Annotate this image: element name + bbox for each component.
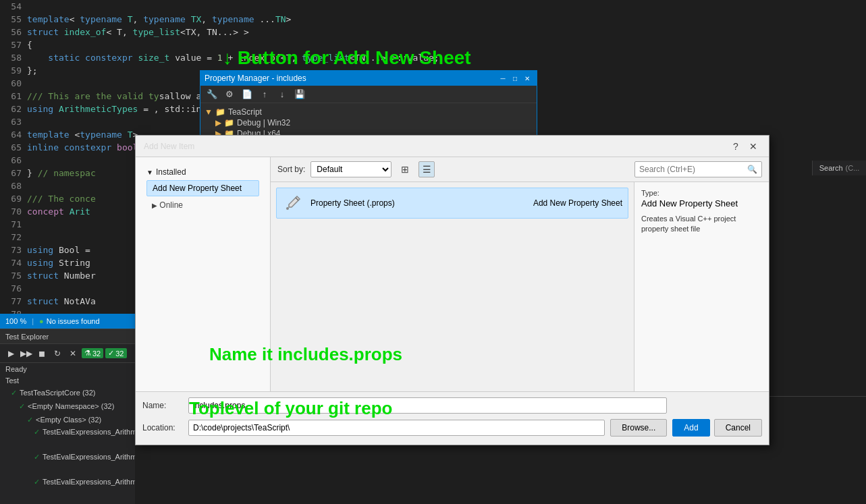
location-label: Location: xyxy=(142,423,183,432)
dialog-close-button[interactable]: ✕ xyxy=(746,139,761,154)
footer-fields: Name: Location: Browse... xyxy=(142,397,667,439)
sidebar-installed-header[interactable]: ▼ Installed xyxy=(144,165,262,179)
test-item-label: <Empty Class> (32) xyxy=(36,416,101,424)
pm-tree-teascript[interactable]: ▼ 📁 TeaScript xyxy=(205,107,290,117)
check-icon-core: ✓ xyxy=(11,389,17,397)
footer-name-row: Name: xyxy=(142,397,667,414)
view-list-button[interactable]: ☰ xyxy=(418,161,435,177)
pm-tool-up[interactable]: ↑ xyxy=(257,87,272,102)
location-input[interactable] xyxy=(188,420,605,436)
test-pass-badge[interactable]: ✓ 32 xyxy=(105,348,126,358)
check-icon-ns: ✓ xyxy=(19,402,25,411)
item-name: Property Sheet (.props) xyxy=(310,198,526,208)
pm-tool-gear[interactable]: ⚙ xyxy=(222,87,237,102)
test-check-2: ✓ xyxy=(34,453,40,475)
svg-point-0 xyxy=(286,207,289,210)
test-run-badge[interactable]: ⚗ 32 xyxy=(82,348,103,358)
test-cancel-button[interactable]: ✕ xyxy=(66,347,80,360)
search-input[interactable] xyxy=(639,165,747,174)
pm-tool-wrench[interactable]: 🔧 xyxy=(205,87,219,102)
sidebar-item-property-sheet[interactable]: Add New Property Sheet xyxy=(146,180,259,196)
test-row-4[interactable]: ✓ TestEvalExpressions_Basics < 1 ms Stat… xyxy=(0,501,135,504)
add-button[interactable]: Add xyxy=(672,419,709,437)
code-line-54: 54 xyxy=(0,0,866,13)
run-count: 32 xyxy=(92,349,101,358)
item-row-property-sheet[interactable]: Property Sheet (.props) Add New Property… xyxy=(276,188,628,219)
test-row-1[interactable]: ✓ TestEvalExpressions_ArithmeticBasics <… xyxy=(0,426,135,451)
test-check-3: ✓ xyxy=(34,478,40,500)
ready-label: Ready xyxy=(0,363,135,375)
selected-item-label: Add New Property Sheet xyxy=(153,184,242,193)
cancel-button[interactable]: Cancel xyxy=(714,419,762,437)
dialog-help-button[interactable]: ? xyxy=(728,139,743,154)
detail-type-prefix: Type: xyxy=(641,189,762,197)
check-badge-icon: ✓ xyxy=(108,349,114,358)
name-input[interactable] xyxy=(188,397,667,414)
add-new-item-dialog: Add New Item ? ✕ ▼ Installed Add New Pro… xyxy=(135,135,769,445)
online-label: Online xyxy=(159,200,183,210)
test-stop-button[interactable]: ◼ xyxy=(35,347,49,360)
browse-button[interactable]: Browse... xyxy=(610,419,667,437)
zoom-level: 100 % xyxy=(5,317,26,325)
code-line-57: 57 { xyxy=(0,38,866,51)
property-manager-window: Property Manager - includes ─ □ ✕ 🔧 ⚙ 📄 … xyxy=(200,70,537,138)
folder-icon: 📁 xyxy=(215,107,225,117)
test-item-class[interactable]: ✓ <Empty Class> (32) xyxy=(0,413,135,426)
dialog-title: Add New Item xyxy=(144,142,194,151)
pm-tree-label: TeaScript xyxy=(228,107,262,117)
pm-close-button[interactable]: ✕ xyxy=(522,74,533,83)
property-sheet-icon xyxy=(282,192,304,214)
check-icon: ● xyxy=(39,317,44,325)
sort-select[interactable]: Default Name Type xyxy=(310,161,391,177)
dialog-controls: ? ✕ xyxy=(728,139,761,154)
status-bar: 100 % | ● No issues found xyxy=(0,314,135,329)
footer-action-buttons: Add Cancel xyxy=(672,419,762,439)
pm-restore-button[interactable]: □ xyxy=(510,74,520,83)
folder-icon2: 📁 xyxy=(224,118,234,128)
view-grid-button[interactable]: ⊞ xyxy=(397,161,413,177)
test-check-1: ✓ xyxy=(34,428,40,450)
pm-minimize-button[interactable]: ─ xyxy=(497,74,508,83)
test-name-1: TestEvalExpressions_ArithmeticBasics xyxy=(43,428,135,450)
name-label: Name: xyxy=(142,401,183,410)
search-icon-button[interactable]: 🔍 xyxy=(747,165,757,174)
detail-type-name: Add New Property Sheet xyxy=(641,198,762,208)
pm-titlebar: Property Manager - includes ─ □ ✕ xyxy=(200,71,537,86)
test-row-3[interactable]: ✓ TestEvalExpressions_ArithmeticMulDiv <… xyxy=(0,476,135,501)
dialog-titlebar: Add New Item ? ✕ xyxy=(136,136,769,157)
pass-count: 32 xyxy=(115,349,124,358)
test-refresh-button[interactable]: ↻ xyxy=(51,347,64,360)
test-item-core[interactable]: ✓ TestTeaScriptCore (32) xyxy=(0,386,135,399)
item-label: Add New Property Sheet xyxy=(533,198,622,208)
pm-tool-save[interactable]: 💾 xyxy=(292,87,307,102)
sidebar-item-online[interactable]: ▶ Online xyxy=(144,198,262,213)
pm-title: Property Manager - includes xyxy=(205,74,306,83)
test-section-label: Test xyxy=(0,375,135,386)
test-item-namespace[interactable]: ✓ <Empty Namespace> (32) xyxy=(0,399,135,413)
item-info: Property Sheet (.props) xyxy=(310,198,526,208)
detail-description: Creates a Visual C++ project property sh… xyxy=(641,214,762,235)
test-toolbar: ▶ ▶▶ ◼ ↻ ✕ ⚗ 32 ✓ 32 xyxy=(0,344,135,363)
test-explorer-title: Test Explorer xyxy=(5,333,49,341)
sort-label: Sort by: xyxy=(277,165,305,174)
search-right-icon: (C... xyxy=(846,164,860,172)
chevron-down-icon: ▼ xyxy=(146,169,153,176)
test-run-button[interactable]: ▶ xyxy=(4,347,18,360)
test-run-all-button[interactable]: ▶▶ xyxy=(20,347,33,360)
pm-tool-down[interactable]: ↓ xyxy=(275,87,290,102)
search-right-label[interactable]: Search (C... xyxy=(812,161,866,175)
pm-tree-debug-win32[interactable]: ▶ 📁 Debug | Win32 xyxy=(205,118,290,128)
pm-tree-label2: Debug | Win32 xyxy=(237,118,290,128)
test-row-2[interactable]: ✓ TestEvalExpressions_ArithmeticDivByZer… xyxy=(0,451,135,476)
folder-expand-icon: ▼ xyxy=(205,107,213,117)
pm-tool-new[interactable]: 📄 xyxy=(240,87,254,102)
dialog-content: Property Sheet (.props) Add New Property… xyxy=(271,182,769,391)
dialog-toolbar: Sort by: Default Name Type ⊞ ☰ 🔍 xyxy=(271,157,769,182)
dialog-footer: Name: Location: Browse... Add Cancel xyxy=(136,391,769,445)
pm-toolbar: 🔧 ⚙ 📄 ↑ ↓ 💾 xyxy=(200,86,537,103)
sidebar-installed-section: ▼ Installed Add New Property Sheet ▶ Onl… xyxy=(136,163,270,215)
dialog-main: Sort by: Default Name Type ⊞ ☰ 🔍 xyxy=(271,157,769,391)
test-name-3: TestEvalExpressions_ArithmeticMulDiv xyxy=(43,478,135,500)
dialog-sidebar: ▼ Installed Add New Property Sheet ▶ Onl… xyxy=(136,157,271,391)
pm-tree: ▼ 📁 TeaScript ▶ 📁 Debug | Win32 ▶ 📁 Debu… xyxy=(205,107,290,138)
